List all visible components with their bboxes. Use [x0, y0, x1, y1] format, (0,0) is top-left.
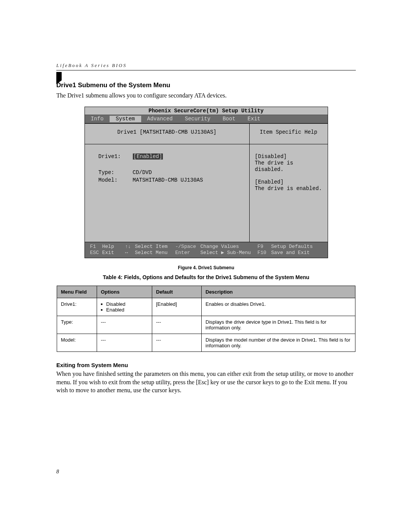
running-header: LifeBook A Series BIOS [56, 63, 356, 69]
col-default: Default [152, 286, 202, 298]
table-row: Type: --- --- Displays the drive device … [57, 316, 355, 334]
bios-screenshot: Phoenix SecureCore(tm) Setup Utility Inf… [84, 107, 328, 259]
document-page: LifeBook A Series BIOS Drive1 Submenu of… [0, 0, 411, 532]
bios-menu-system[interactable]: System [110, 116, 141, 122]
bios-menu-boot[interactable]: Boot [217, 116, 242, 122]
col-menu-field: Menu Field [57, 286, 97, 298]
table-caption: Table 4: Fields, Options and Defaults fo… [56, 274, 356, 280]
table-row: Drive1: Disabled Enabled [Enabled] Enabl… [57, 298, 355, 316]
exit-paragraph: When you have finished setting the param… [56, 370, 356, 395]
bios-title: Phoenix SecureCore(tm) Setup Utility [85, 107, 328, 115]
bios-field-label: Drive1: [99, 153, 133, 160]
bios-submenu-title: Drive1 [MATSHITABD-CMB UJ130AS] [85, 124, 249, 144]
options-table: Menu Field Options Default Description D… [57, 286, 355, 352]
bios-menu-info[interactable]: Info [85, 116, 110, 122]
table-row: Model: --- --- Displays the model number… [57, 334, 355, 352]
bios-menu-exit[interactable]: Exit [242, 116, 267, 122]
exit-heading: Exiting from System Menu [56, 362, 356, 368]
bios-footer-row1: F1Help ↑↓Select Item -/SpaceChange Value… [89, 244, 324, 250]
bios-footer: F1Help ↑↓Select Item -/SpaceChange Value… [85, 242, 328, 258]
figure-caption: Figure 4. Drive1 Submenu [56, 265, 356, 270]
bios-menubar: Info System Advanced Security Boot Exit [85, 115, 328, 123]
col-description: Description [202, 286, 355, 298]
intro-paragraph: The Drive1 submenu allows you to configu… [56, 91, 356, 100]
bios-field-value-type: CD/DVD [133, 169, 242, 176]
bios-menu-advanced[interactable]: Advanced [141, 116, 179, 122]
bios-footer-row2: ESCExit ↔Select Menu EnterSelect ▶ Sub-M… [89, 250, 324, 256]
section-heading: Drive1 Submenu of the System Menu [56, 81, 356, 89]
bios-fields: Drive1: [Enabled] Type: CD/DVD Mod [85, 144, 249, 242]
bios-help-title: Item Specific Help [250, 124, 328, 144]
bios-field-value-drive1[interactable]: [Enabled] [133, 153, 242, 160]
bios-field-label: Model: [99, 177, 133, 184]
page-number: 8 [56, 469, 59, 475]
bios-menu-security[interactable]: Security [179, 116, 217, 122]
col-options: Options [97, 286, 152, 298]
header-rule [56, 70, 356, 70]
bios-field-value-model: MATSHITABD-CMB UJ130AS [133, 177, 242, 184]
bios-help-body: [Disabled] The drive is disabled. [Enabl… [250, 144, 328, 242]
bios-field-label: Type: [99, 169, 133, 176]
